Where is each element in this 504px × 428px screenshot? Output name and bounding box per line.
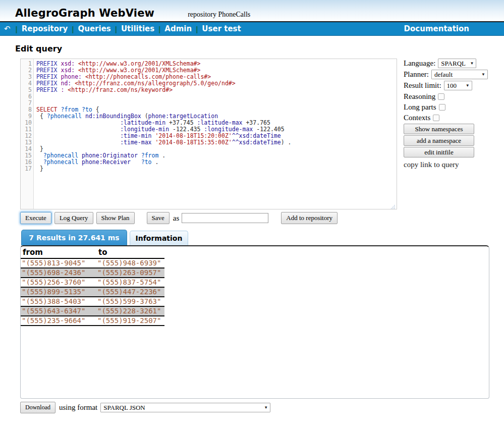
result-cell: "(555)447-2236" (96, 287, 164, 297)
language-select[interactable]: SPARQL ▼ (438, 59, 476, 68)
save-button[interactable]: Save (147, 212, 170, 224)
log-query-button[interactable]: Log Query (54, 212, 93, 224)
column-header-from: from (21, 247, 96, 258)
table-row: "(555)256-3760""(555)837-5754" (21, 278, 164, 287)
language-label: Language: (404, 59, 435, 68)
table-row: "(555)643-6347""(555)228-3261" (21, 306, 164, 316)
nav-separator: | (158, 25, 160, 33)
table-row: "(555)388-5403""(555)599-3763" (21, 297, 164, 306)
result-cell: "(555)899-5135" (21, 287, 96, 297)
long-parts-label: Long parts (404, 103, 436, 112)
download-row: Download using format SPARQL JSON ▼ (20, 402, 504, 413)
download-format-select[interactable]: SPARQL JSON ▼ (100, 403, 270, 412)
copy-link-to-query[interactable]: copy link to query (404, 161, 459, 169)
result-cell: "(555)256-3760" (21, 278, 96, 287)
table-row: "(555)899-5135""(555)447-2236" (21, 287, 164, 297)
result-cell: "(555)698-2436" (21, 268, 96, 278)
result-cell: "(555)837-5754" (96, 278, 164, 287)
table-row: "(555)235-9664""(555)919-2507" (21, 316, 164, 326)
add-to-repository-button[interactable]: Add to repository (281, 212, 338, 224)
result-cell: "(555)599-3763" (96, 297, 164, 306)
execute-button[interactable]: Execute (20, 212, 51, 224)
chevron-down-icon: ▼ (481, 72, 485, 77)
repository-label: repository PhoneCalls (188, 11, 250, 19)
chevron-down-icon: ▼ (470, 61, 474, 66)
save-as-label: as (173, 214, 180, 223)
main-nav: ↶ | Repository | Queries | Utilities | A… (0, 21, 504, 36)
add-namespace-button[interactable]: add a namespace (404, 135, 474, 146)
resize-handle-icon[interactable] (390, 202, 396, 208)
result-limit-select[interactable]: 100 ▼ (444, 81, 472, 90)
results-table: fromto "(555)813-9045""(555)948-6939""(5… (21, 247, 164, 326)
tab-results[interactable]: 7 Results in 27.641 ms (21, 230, 127, 245)
main-content: Edit query 1 2 3 4 5 6 7 8 9 10 11 12 13… (0, 44, 504, 413)
nav-item-repository[interactable]: Repository (22, 24, 68, 33)
planner-label: Planner: (404, 70, 429, 79)
contexts-checkbox[interactable] (433, 115, 439, 121)
nav-item-queries[interactable]: Queries (78, 24, 110, 33)
chevron-down-icon: ▼ (466, 83, 470, 88)
result-cell: "(555)228-3261" (96, 306, 164, 316)
nav-item-admin[interactable]: Admin (164, 24, 192, 33)
app-title: AllegroGraph WebView (15, 7, 154, 19)
results-panel: fromto "(555)813-9045""(555)948-6939""(5… (20, 245, 489, 399)
query-editor[interactable]: 1 2 3 4 5 6 7 8 9 10 11 12 13 14 15 16 1… (20, 59, 397, 209)
nav-item-user-test[interactable]: User test (202, 24, 241, 33)
result-cell: "(555)388-5403" (21, 297, 96, 306)
page: AllegroGraph WebView repository PhoneCal… (0, 0, 504, 428)
editor-line-numbers: 1 2 3 4 5 6 7 8 9 10 11 12 13 14 15 16 1… (21, 59, 34, 209)
table-row: "(555)698-2436""(555)263-0957" (21, 268, 164, 278)
result-cell: "(555)813-9045" (21, 258, 96, 268)
reasoning-checkbox[interactable] (438, 93, 444, 100)
edit-initfile-button[interactable]: edit initfile (404, 147, 474, 157)
result-cell: "(555)263-0957" (96, 268, 164, 278)
page-title: Edit query (15, 44, 504, 54)
query-actions: Execute Log Query Show Plan Save as Add … (20, 212, 504, 224)
nav-separator: | (16, 25, 18, 33)
results-tab-bar: 7 Results in 27.641 ms Information (21, 230, 504, 245)
tab-information[interactable]: Information (130, 231, 188, 245)
result-cell: "(555)948-6939" (96, 258, 164, 268)
show-namespaces-button[interactable]: Show namespaces (404, 124, 474, 134)
planner-select[interactable]: default ▼ (431, 70, 488, 79)
table-row: "(555)813-9045""(555)948-6939" (21, 258, 164, 268)
result-cell: "(555)919-2507" (96, 316, 164, 326)
nav-separator: | (196, 25, 198, 33)
app-header: AllegroGraph WebView repository PhoneCal… (0, 0, 504, 21)
query-options-panel: Language: SPARQL ▼ Planner: default ▼ Re… (404, 59, 489, 209)
nav-separator: | (115, 25, 117, 33)
using-format-label: using format (59, 403, 97, 412)
result-limit-label: Result limit: (404, 81, 441, 90)
show-plan-button[interactable]: Show Plan (96, 212, 135, 224)
result-cell: "(555)235-9664" (21, 316, 96, 326)
result-cell: "(555)643-6347" (21, 306, 96, 316)
contexts-label: Contexts (404, 114, 430, 122)
column-header-to: to (96, 247, 164, 258)
save-as-input[interactable] (182, 213, 268, 223)
nav-item-documentation[interactable]: Documentation (404, 24, 469, 33)
editor-code[interactable]: PREFIX xsd: <http://www.w3.org/2001/XMLS… (34, 59, 397, 209)
reasoning-label: Reasoning (404, 92, 435, 101)
download-button[interactable]: Download (20, 402, 55, 413)
back-arrow-icon[interactable]: ↶ (4, 24, 11, 33)
chevron-down-icon: ▼ (264, 405, 268, 410)
nav-separator: | (72, 25, 74, 33)
long-parts-checkbox[interactable] (439, 104, 445, 111)
nav-item-utilities[interactable]: Utilities (121, 24, 154, 33)
